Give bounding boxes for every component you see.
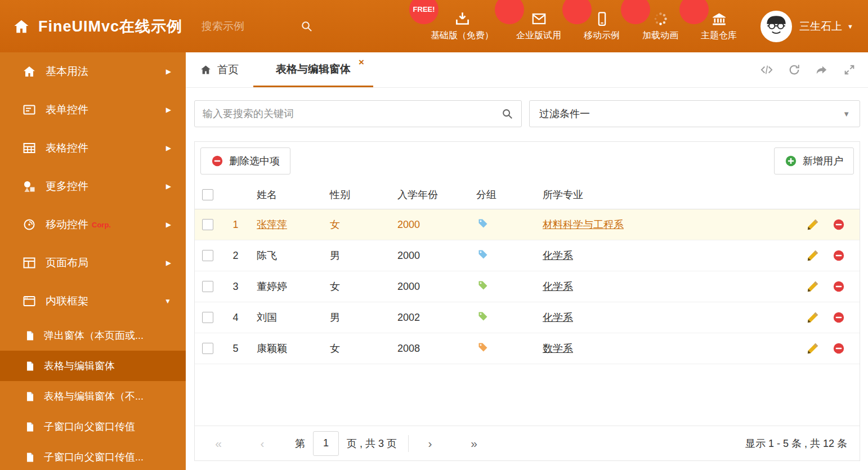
table-row: 2 陈飞 男 2000 化学系	[195, 240, 860, 271]
edit-icon[interactable]	[807, 249, 819, 262]
sidebar-subitem[interactable]: 弹出窗体（本页面或...	[0, 320, 186, 351]
search-icon[interactable]	[501, 108, 513, 120]
major-link[interactable]: 材料科学与工程系	[543, 219, 624, 230]
file-icon	[25, 422, 35, 432]
sidebar-subitem[interactable]: 子窗口向父窗口传值	[0, 411, 186, 442]
table-row: 1 张萍萍 女 2000 材料科学与工程系	[195, 209, 860, 240]
header-nav-item[interactable]: FREE! 基础版（免费）	[431, 11, 494, 42]
major-link[interactable]: 化学系	[543, 312, 573, 323]
header-nav-item[interactable]: 加载动画	[642, 11, 678, 42]
record-count-summary: 显示 1 - 5 条 , 共 12 条	[745, 437, 847, 450]
select-all-checkbox[interactable]	[202, 189, 213, 200]
delete-icon[interactable]	[833, 280, 845, 293]
row-checkbox[interactable]	[202, 281, 213, 292]
delete-selected-button[interactable]: 删除选中项	[200, 147, 290, 174]
delete-icon[interactable]	[833, 249, 845, 262]
tab-actions	[760, 52, 856, 87]
tab-home[interactable]: 首页	[194, 52, 244, 87]
major-link[interactable]: 数学系	[543, 343, 573, 354]
student-name-link[interactable]: 张萍萍	[257, 219, 287, 230]
year-cell: 2002	[392, 312, 471, 324]
column-header-group: 分组	[471, 188, 537, 202]
expand-icon[interactable]	[843, 64, 856, 76]
last-page-button[interactable]: »	[463, 437, 485, 450]
sidebar-subitem[interactable]: 表格与编辑窗体	[0, 351, 186, 381]
student-name-link[interactable]: 陈飞	[257, 250, 277, 261]
row-checkbox[interactable]	[202, 312, 213, 323]
filter-condition-dropdown[interactable]: 过滤条件一 ▼	[529, 100, 860, 127]
row-checkbox[interactable]	[202, 219, 213, 230]
filter-row: 过滤条件一 ▼	[186, 88, 868, 127]
search-icon[interactable]	[300, 20, 313, 33]
sidebar-item[interactable]: 基本用法 ▶	[0, 52, 186, 91]
free-badge	[679, 0, 709, 24]
header-nav: FREE! 基础版（免费） 企业版试用 移动示例 加载动画 主题仓库	[431, 11, 737, 42]
tag-icon	[477, 342, 489, 353]
header-search-input[interactable]	[202, 20, 300, 33]
sidebar-item[interactable]: 表单控件 ▶	[0, 91, 186, 129]
delete-icon[interactable]	[833, 311, 845, 324]
edit-icon[interactable]	[807, 218, 819, 231]
keyword-search-input[interactable]	[203, 108, 501, 120]
student-name-link[interactable]: 刘国	[257, 312, 277, 323]
page-label-after: 页 , 共 3 页	[347, 437, 397, 450]
row-checkbox[interactable]	[202, 250, 213, 261]
row-checkbox[interactable]	[202, 343, 213, 354]
edit-icon[interactable]	[807, 311, 819, 324]
sidebar-item[interactable]: 更多控件 ▶	[0, 167, 186, 205]
username-menu[interactable]: 三生石上 ▼	[799, 19, 853, 34]
year-cell: 2000	[392, 250, 471, 262]
close-icon[interactable]: ×	[359, 57, 364, 67]
share-icon[interactable]	[816, 64, 828, 76]
sidebar-item[interactable]: 表格控件 ▶	[0, 129, 186, 167]
page-number-input[interactable]	[313, 431, 339, 456]
sidebar-subitem[interactable]: 表格与编辑窗体（不...	[0, 381, 186, 411]
table-row: 5 康颖颖 女 2008 数学系	[195, 333, 860, 364]
chevron-icon: ▶	[166, 68, 171, 75]
home-icon[interactable]	[12, 18, 30, 35]
delete-icon[interactable]	[833, 342, 845, 355]
app-title: FineUIMvc在线示例	[38, 16, 182, 37]
column-header-gender: 性别	[324, 188, 392, 202]
sidebar-menu: 基本用法 ▶ 表单控件 ▶ 表格控件 ▶ 更多控件 ▶ 移动控件 Corp. ▶…	[0, 52, 186, 320]
edit-icon[interactable]	[807, 342, 819, 355]
plus-circle-icon	[785, 155, 797, 167]
main-content: 首页 表格与编辑窗体 × 过滤条件一 ▼ 删除选中项	[186, 52, 868, 470]
sidebar-item[interactable]: 移动控件 Corp. ▶	[0, 205, 186, 244]
sidebar-subitem[interactable]: 子窗口向父窗口传值...	[0, 442, 186, 470]
mobile-nav-icon	[23, 218, 36, 231]
tab-grid-editor[interactable]: 表格与编辑窗体 ×	[253, 52, 373, 87]
table-row: 3 董婷婷 女 2000 化学系	[195, 271, 860, 302]
add-user-button[interactable]: 新增用户	[774, 147, 854, 174]
sidebar-item[interactable]: 内联框架 ▼	[0, 282, 186, 320]
avatar[interactable]	[760, 11, 792, 42]
header-nav-item[interactable]: 企业版试用	[516, 11, 561, 42]
tab-bar: 首页 表格与编辑窗体 ×	[186, 52, 868, 88]
home-icon	[200, 64, 212, 75]
first-page-button[interactable]: «	[207, 437, 230, 450]
header-nav-item[interactable]: 移动示例	[584, 11, 620, 42]
major-link[interactable]: 化学系	[543, 250, 573, 261]
prev-page-button[interactable]: ‹	[251, 437, 274, 450]
code-icon[interactable]	[760, 64, 773, 76]
refresh-icon[interactable]	[788, 64, 800, 76]
column-header-major: 所学专业	[537, 188, 798, 202]
corp-badge: Corp.	[92, 221, 111, 229]
table-row: 4 刘国 男 2002 化学系	[195, 302, 860, 333]
header-search	[202, 20, 323, 33]
header-nav-item[interactable]: 主题仓库	[701, 11, 737, 42]
major-link[interactable]: 化学系	[543, 281, 573, 292]
edit-icon[interactable]	[807, 280, 819, 293]
delete-icon[interactable]	[833, 218, 845, 231]
column-header-name: 姓名	[251, 188, 324, 202]
chevron-icon: ▶	[166, 182, 171, 190]
free-badge	[621, 0, 650, 24]
app-header: FineUIMvc在线示例 FREE! 基础版（免费） 企业版试用 移动示例 加…	[0, 0, 868, 52]
student-name-link[interactable]: 康颖颖	[257, 343, 287, 354]
table-body: 1 张萍萍 女 2000 材料科学与工程系 2 陈飞 男 2000 化学系 3 …	[195, 209, 860, 426]
student-name-link[interactable]: 董婷婷	[257, 281, 287, 292]
download-icon	[455, 11, 470, 26]
file-icon	[25, 330, 35, 341]
next-page-button[interactable]: ›	[419, 437, 441, 450]
sidebar-item[interactable]: 页面布局 ▶	[0, 244, 186, 282]
